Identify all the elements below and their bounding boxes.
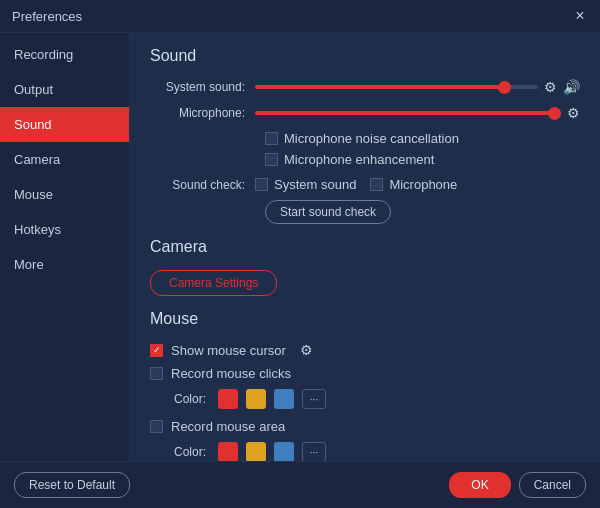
show-cursor-checkbox[interactable] [150,344,163,357]
microphone-slider-container: ⚙ [255,105,580,121]
color-label-2: Color: [174,445,206,459]
microphone-slider[interactable] [255,111,561,115]
system-sound-row: System sound: ⚙ 🔊 [150,79,580,95]
noise-cancellation-row: Microphone noise cancellation [265,131,580,146]
microphone-row: Microphone: ⚙ [150,105,580,121]
show-cursor-row: Show mouse cursor ⚙ [150,342,580,358]
enhancement-item: Microphone enhancement [265,152,434,167]
noise-cancellation-label: Microphone noise cancellation [284,131,459,146]
camera-section-title: Camera [150,238,580,256]
record-area-row: Record mouse area [150,419,580,434]
sidebar-item-sound[interactable]: Sound [0,107,129,142]
sound-check-items: System sound Microphone [255,177,457,192]
system-sound-slider-container: ⚙ 🔊 [255,79,580,95]
more-colors-button-2[interactable]: ··· [302,442,326,461]
color-swatch-red-2[interactable] [218,442,238,461]
color-swatch-red-1[interactable] [218,389,238,409]
record-clicks-row: Record mouse clicks [150,366,580,381]
mouse-section-title: Mouse [150,310,580,328]
system-sound-slider[interactable] [255,85,538,89]
ok-button[interactable]: OK [449,472,510,498]
main-content: Recording Output Sound Camera Mouse Hotk… [0,33,600,461]
main-panel: Sound System sound: ⚙ 🔊 Microphone: ⚙ [130,33,600,461]
color-swatch-yellow-1[interactable] [246,389,266,409]
sound-check-label: Sound check: [150,178,255,192]
preferences-window: Preferences × Recording Output Sound Cam… [0,0,600,508]
microphone-gear-icon[interactable]: ⚙ [567,105,580,121]
sound-check-mic-checkbox[interactable] [370,178,383,191]
enhancement-row: Microphone enhancement [265,152,580,167]
close-button[interactable]: × [572,8,588,24]
sidebar-item-hotkeys[interactable]: Hotkeys [0,212,129,247]
start-sound-check-button[interactable]: Start sound check [265,200,391,224]
sidebar-item-more[interactable]: More [0,247,129,282]
color-label-1: Color: [174,392,206,406]
bottom-right-buttons: OK Cancel [449,472,586,498]
color-row-1: Color: ··· [174,389,580,409]
color-swatch-blue-2[interactable] [274,442,294,461]
sound-check-mic-item: Microphone [370,177,457,192]
sidebar: Recording Output Sound Camera Mouse Hotk… [0,33,130,461]
system-sound-gear-icon[interactable]: ⚙ [544,79,557,95]
sidebar-item-recording[interactable]: Recording [0,37,129,72]
system-sound-label: System sound: [150,80,255,94]
sound-check-system-checkbox[interactable] [255,178,268,191]
sound-check-system-item: System sound [255,177,356,192]
sound-check-mic-label: Microphone [389,177,457,192]
bottom-bar: Reset to Default OK Cancel [0,461,600,508]
color-swatch-yellow-2[interactable] [246,442,266,461]
record-clicks-label: Record mouse clicks [171,366,291,381]
microphone-label: Microphone: [150,106,255,120]
color-swatch-blue-1[interactable] [274,389,294,409]
enhancement-label: Microphone enhancement [284,152,434,167]
more-colors-button-1[interactable]: ··· [302,389,326,409]
record-area-label: Record mouse area [171,419,285,434]
noise-cancellation-checkbox[interactable] [265,132,278,145]
record-clicks-checkbox[interactable] [150,367,163,380]
sound-section-title: Sound [150,47,580,65]
cancel-button[interactable]: Cancel [519,472,586,498]
sidebar-item-mouse[interactable]: Mouse [0,177,129,212]
sidebar-item-output[interactable]: Output [0,72,129,107]
system-sound-speaker-icon[interactable]: 🔊 [563,79,580,95]
color-row-2: Color: ··· [174,442,580,461]
camera-settings-button[interactable]: Camera Settings [150,270,277,296]
sidebar-item-camera[interactable]: Camera [0,142,129,177]
sound-check-row: Sound check: System sound Microphone [150,177,580,192]
window-title: Preferences [12,9,82,24]
sound-check-system-label: System sound [274,177,356,192]
reset-button[interactable]: Reset to Default [14,472,130,498]
noise-cancellation-item: Microphone noise cancellation [265,131,459,146]
show-cursor-label: Show mouse cursor [171,343,286,358]
cursor-gear-icon[interactable]: ⚙ [300,342,313,358]
title-bar: Preferences × [0,0,600,33]
enhancement-checkbox[interactable] [265,153,278,166]
record-area-checkbox[interactable] [150,420,163,433]
